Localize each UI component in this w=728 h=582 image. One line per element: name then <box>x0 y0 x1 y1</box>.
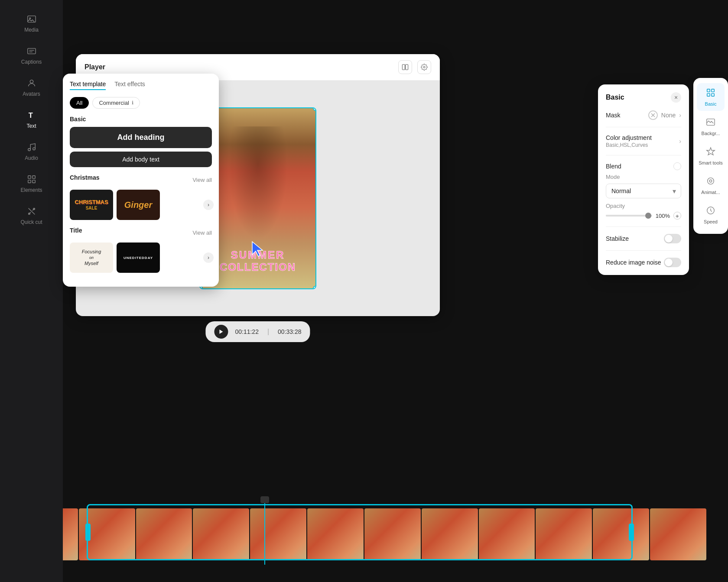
sidebar-item-captions[interactable]: Captions <box>10 41 53 69</box>
tab-text-template[interactable]: Text template <box>70 81 106 90</box>
toolbar-background[interactable]: Backgr... <box>697 113 725 140</box>
blend-checkbox[interactable] <box>673 162 681 170</box>
title-section-row: Title View all <box>70 227 212 238</box>
opacity-slider[interactable] <box>606 215 652 217</box>
title-scroll-right[interactable]: › <box>203 252 214 263</box>
sidebar-item-media[interactable]: Media <box>10 9 53 37</box>
basic-panel-title: Basic <box>606 94 624 101</box>
svg-point-8 <box>32 148 35 150</box>
christmas-section-label: Christmas <box>70 174 99 181</box>
christmas-scroll-right[interactable]: › <box>203 200 214 210</box>
stabilize-section: Stabilize <box>606 234 681 251</box>
focusing-template[interactable]: FocusingonMyself <box>70 242 113 273</box>
quickcut-icon <box>26 205 38 217</box>
title-view-all[interactable]: View all <box>192 230 212 236</box>
media-icon <box>26 13 38 25</box>
christmas-view-all[interactable]: View all <box>192 177 212 183</box>
basic-icon <box>706 88 715 100</box>
focusing-text: FocusingonMyself <box>82 249 101 266</box>
stabilize-label: Stabilize <box>606 235 629 242</box>
christmas-sale-text: CHRISTMAS SALE <box>75 199 108 210</box>
split-view-button[interactable] <box>398 60 412 74</box>
ginger-template[interactable]: Ginger <box>117 190 160 220</box>
basic-panel-header: Basic × <box>606 92 681 103</box>
basic-section-label: Basic <box>70 116 212 123</box>
strip-frame-11 <box>593 508 649 560</box>
christmas-templates: CHRISTMAS SALE Ginger › <box>70 190 212 220</box>
add-heading-button[interactable]: Add heading <box>70 127 212 148</box>
color-adjustment-info: Color adjustment Basic,HSL,Curves <box>606 134 652 148</box>
toolbar-speed[interactable]: Speed <box>697 201 725 229</box>
sidebar-item-text[interactable]: T Text <box>10 105 53 133</box>
opacity-thumb[interactable] <box>645 213 651 219</box>
mask-row[interactable]: Mask None › <box>606 110 681 120</box>
speed-icon <box>706 206 715 217</box>
opacity-label: Opacity <box>606 203 681 209</box>
svg-marker-18 <box>219 330 223 334</box>
sidebar-item-avatars[interactable]: Avatars <box>10 73 53 101</box>
blend-header-row: Blend <box>606 162 681 170</box>
ginger-text: Ginger <box>124 200 152 210</box>
quickcut-label: Quick cut <box>20 219 42 225</box>
basic-panel-close[interactable]: × <box>671 92 681 103</box>
smart-tools-icon <box>706 147 715 158</box>
text-label: Text <box>26 123 36 129</box>
add-body-button[interactable]: Add body text <box>70 152 212 167</box>
filter-commercial[interactable]: Commercial ℹ <box>92 97 140 109</box>
left-sidebar: Media Captions Avatars T Text Audio <box>0 0 63 582</box>
current-time: 00:11:22 <box>235 328 259 335</box>
captions-icon <box>26 45 38 57</box>
strip-frame-12 <box>650 508 706 560</box>
svg-point-27 <box>709 180 712 182</box>
mode-label: Mode <box>606 174 681 180</box>
unedited-template[interactable]: UNEDITEDDAY <box>117 242 160 273</box>
strip-frame-7 <box>364 508 421 560</box>
opacity-value: 100% <box>656 213 670 219</box>
tab-text-effects[interactable]: Text effects <box>114 81 145 90</box>
strip-frame-5 <box>250 508 306 560</box>
play-button[interactable] <box>214 325 228 339</box>
player-actions <box>398 60 431 74</box>
svg-rect-24 <box>712 93 714 96</box>
reduce-noise-toggle[interactable] <box>664 258 681 267</box>
blend-mode-select[interactable]: Normal <box>606 184 681 198</box>
handle-bottom-right[interactable] <box>313 286 316 289</box>
settings-button[interactable] <box>417 60 431 74</box>
title-templates: FocusingonMyself UNEDITEDDAY › <box>70 242 212 273</box>
sidebar-item-elements[interactable]: Elements <box>10 169 53 197</box>
reduce-noise-row: Reduce image noise <box>606 258 681 267</box>
mask-chevron: › <box>679 112 681 119</box>
toolbar-animate[interactable]: Animat... <box>697 171 725 199</box>
color-adjustment-sub: Basic,HSL,Curves <box>606 142 652 148</box>
toolbar-basic[interactable]: Basic <box>697 83 725 111</box>
audio-label: Audio <box>25 155 38 161</box>
title-section-label: Title <box>70 227 82 234</box>
stabilize-toggle[interactable] <box>664 234 681 243</box>
color-adjustment-row[interactable]: Color adjustment Basic,HSL,Curves › <box>606 134 681 148</box>
playhead[interactable] <box>264 500 265 565</box>
background-icon <box>706 117 715 129</box>
strip-frame-4 <box>193 508 249 560</box>
strip-frame-6 <box>307 508 364 560</box>
playback-bar: 00:11:22 | 00:33:28 <box>205 321 310 342</box>
toolbar-smart-label: Smart tools <box>699 160 723 165</box>
sidebar-item-audio[interactable]: Audio <box>10 137 53 165</box>
toolbar-background-label: Backgr... <box>702 131 720 136</box>
color-adjustment-label: Color adjustment <box>606 134 652 141</box>
app-wrapper: Media Captions Avatars T Text Audio <box>0 0 728 582</box>
person-shadow <box>223 126 292 252</box>
sidebar-item-quickcut[interactable]: Quick cut <box>10 201 53 230</box>
svg-marker-17 <box>252 242 263 256</box>
toolbar-smart-tools[interactable]: Smart tools <box>697 142 725 170</box>
filter-all[interactable]: All <box>70 97 89 109</box>
mask-none-label: None <box>661 112 676 119</box>
toolbar-animate-label: Animat... <box>701 190 720 195</box>
player-title: Player <box>84 63 105 71</box>
cursor-arrow <box>250 241 264 259</box>
time-separator: | <box>267 328 269 336</box>
svg-rect-23 <box>707 93 710 96</box>
christmas-sale-template[interactable]: CHRISTMAS SALE <box>70 190 113 220</box>
svg-rect-12 <box>32 180 35 183</box>
blend-label: Blend <box>606 163 621 170</box>
strip-frame-8 <box>422 508 478 560</box>
